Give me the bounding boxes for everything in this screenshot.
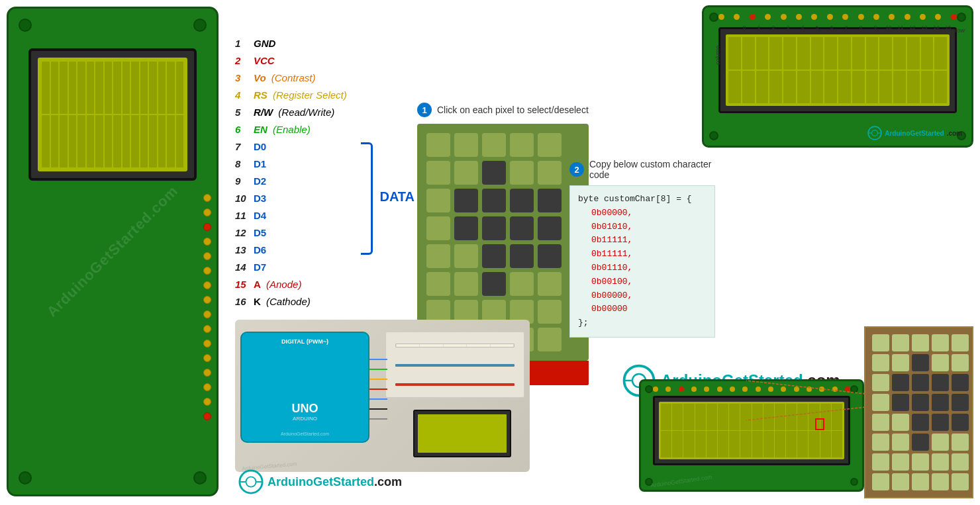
tr-brand-text: ArduinoGetStarted [885, 130, 944, 137]
pixel-cell-3-0[interactable] [426, 216, 450, 240]
tr-cell-1-8 [838, 71, 851, 103]
step1-instruction: 1 Click on each pixel to select/deselect [417, 103, 589, 117]
pin-name-15: A [254, 277, 261, 291]
pixel-cell-4-0[interactable] [426, 244, 450, 268]
code-closing: }; [578, 316, 707, 330]
left-lcd-cell-20 [77, 115, 85, 167]
pixel-cell-4-2[interactable] [482, 244, 506, 268]
left-lcd-cell-25 [122, 115, 130, 167]
step2-text: Copy below custom character code [589, 159, 715, 180]
pixel-cell-3-1[interactable] [454, 216, 478, 240]
pixel-cell-2-1[interactable] [454, 189, 478, 212]
br-zoom-cell-1-4 [952, 354, 969, 371]
left-lcd-cell-8 [113, 62, 121, 114]
step2-instruction: 2 Copy below custom character code [569, 159, 715, 180]
tr-col-6: 6 [824, 24, 839, 30]
svg-line-20 [746, 407, 865, 420]
tr-col-labels: 0 1 2 3 4 5 6 7 8 9 10 11 12 13 14 15 [737, 24, 954, 30]
tr-cell-0-5 [797, 37, 810, 69]
pixel-cell-5-2[interactable] [482, 272, 506, 296]
pixel-cell-3-3[interactable] [510, 216, 534, 240]
br-zoom-cell-1-2 [912, 354, 929, 371]
pixel-cell-2-2[interactable] [482, 189, 506, 212]
top-right-lcd-board: 0 1 2 3 4 5 6 7 8 9 10 11 12 13 14 15 ro… [702, 5, 973, 148]
pin-row-1: 1 GND [235, 36, 347, 50]
tr-pin-3 [750, 14, 756, 20]
tr-pin-11 [873, 14, 879, 20]
tr-lcd-screen [718, 27, 957, 113]
pixel-cell-5-3[interactable] [510, 272, 534, 296]
pixel-cell-3-4[interactable] [538, 216, 562, 240]
code-block[interactable]: byte customChar[8] = { 0b00000, 0b01010,… [569, 185, 715, 338]
pin-name-13: D6 [254, 243, 266, 257]
pixel-cell-1-1[interactable] [454, 161, 478, 185]
tr-col-12: 12 [906, 24, 918, 30]
pixel-cell-2-3[interactable] [510, 189, 534, 212]
br-cell-1-9 [763, 431, 774, 457]
tr-cell-1-5 [797, 71, 810, 103]
pin-dot-10 [203, 325, 211, 333]
pin-labels-area: 1 GND 2 VCC 3 Vo (Contrast) 4 RS (Regist… [235, 36, 347, 312]
br-pin-5 [704, 387, 709, 392]
tr-cell-0-8 [838, 37, 851, 69]
pixel-cell-1-2[interactable] [482, 161, 506, 185]
pin-num-13: 13 [235, 243, 254, 257]
tr-pin-4 [765, 14, 771, 20]
pixel-cell-5-1[interactable] [454, 272, 478, 296]
pixel-cell-5-4[interactable] [538, 272, 562, 296]
pixel-grid[interactable] [426, 133, 579, 351]
br-cell-1-2 [683, 431, 694, 457]
br-zoom-cell-7-2 [912, 473, 929, 490]
pixel-cell-0-0[interactable] [426, 133, 450, 157]
pixel-cell-1-3[interactable] [510, 161, 534, 185]
pixel-cell-0-2[interactable] [482, 133, 506, 157]
pixel-cell-6-4[interactable] [538, 300, 562, 324]
pixel-cell-0-4[interactable] [538, 133, 562, 157]
pin-num-8: 8 [235, 157, 254, 171]
tr-col-1: 1 [752, 24, 766, 30]
pin-dot-16 [203, 412, 211, 420]
tr-brand: ArduinoGetStarted .com [867, 126, 962, 140]
br-zoom-cell-1-1 [892, 354, 909, 371]
left-lcd-cell-15 [176, 62, 184, 114]
pixel-cell-1-4[interactable] [538, 161, 562, 185]
pixel-cell-2-4[interactable] [538, 189, 562, 212]
pixel-cell-2-0[interactable] [426, 189, 450, 212]
tr-cell-1-3 [769, 71, 782, 103]
pixel-cell-0-1[interactable] [454, 133, 478, 157]
br-zoom-cell-3-3 [932, 394, 949, 411]
tr-cell-1-2 [756, 71, 769, 103]
br-cell-1-5 [718, 431, 728, 457]
tr-col-11: 11 [895, 24, 906, 30]
code-line-2: 0b11111, [591, 234, 707, 248]
left-lcd-cell-7 [105, 62, 113, 114]
pixel-cell-4-1[interactable] [454, 244, 478, 268]
left-lcd-cell-2 [60, 62, 68, 114]
tr-pin-6 [796, 14, 802, 20]
tr-cell-1-15 [934, 71, 947, 103]
br-zoom-cell-2-4 [952, 374, 969, 391]
pin-row-5: 5 R/W (Read/Write) [235, 105, 347, 119]
pin-name-7: D0 [254, 140, 266, 154]
tr-cell-0-3 [769, 37, 782, 69]
pixel-cell-0-3[interactable] [510, 133, 534, 157]
tr-col-0: 0 [737, 24, 752, 30]
br-zoom-cell-7-4 [952, 473, 969, 490]
pin-name-1: GND [254, 36, 275, 50]
pixel-cell-4-4[interactable] [538, 244, 562, 268]
br-zoom-cell-6-1 [892, 453, 909, 471]
brand-bottom-icon [238, 469, 264, 494]
pixel-cell-3-2[interactable] [482, 216, 506, 240]
br-zoom-cell-7-3 [932, 473, 949, 490]
left-lcd-cell-13 [158, 62, 166, 114]
pin-name-10: D3 [254, 191, 266, 205]
svg-point-1 [872, 130, 878, 136]
pixel-cell-5-0[interactable] [426, 272, 450, 296]
pixel-cell-4-3[interactable] [510, 244, 534, 268]
br-zoom-cell-3-2 [912, 394, 929, 411]
pin-desc-3: (Contrast) [269, 71, 316, 85]
tr-pin-14 [920, 14, 926, 20]
pin-num-12: 12 [235, 226, 254, 240]
pixel-cell-1-0[interactable] [426, 161, 450, 185]
pixel-cell-7-4[interactable] [538, 328, 562, 351]
